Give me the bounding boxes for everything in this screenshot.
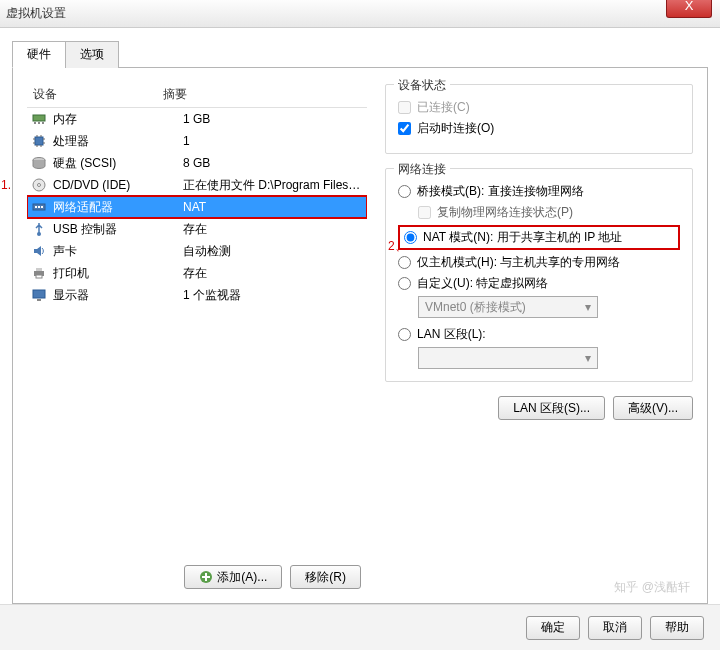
lan-segments-button[interactable]: LAN 区段(S)... (498, 396, 605, 420)
svg-rect-9 (35, 206, 37, 208)
tab-strip: 硬件 选项 (12, 40, 708, 68)
svg-rect-14 (36, 268, 42, 271)
replicate-checkbox: 复制物理网络连接状态(P) (418, 204, 680, 221)
chevron-down-icon: ▾ (585, 351, 591, 365)
connect-on-start-checkbox[interactable]: 启动时连接(O) (398, 120, 680, 137)
ok-button[interactable]: 确定 (526, 616, 580, 640)
svg-rect-17 (37, 299, 41, 301)
device-row-cpu[interactable]: 处理器1 (27, 130, 367, 152)
vmnet-combo: VMnet0 (桥接模式)▾ (418, 296, 598, 318)
sound-icon (31, 243, 47, 259)
lan-combo: ▾ (418, 347, 598, 369)
remove-button[interactable]: 移除(R) (290, 565, 361, 589)
device-name: 硬盘 (SCSI) (53, 155, 183, 172)
network-legend: 网络连接 (394, 161, 450, 178)
disk-icon (31, 155, 47, 171)
device-summary: 自动检测 (183, 243, 363, 260)
svg-rect-11 (41, 206, 43, 208)
custom-radio[interactable]: 自定义(U): 特定虚拟网络 (398, 275, 680, 292)
cpu-icon (31, 133, 47, 149)
device-summary: 正在使用文件 D:\Program Files\VM... (183, 177, 363, 194)
device-row-cd[interactable]: CD/DVD (IDE)正在使用文件 D:\Program Files\VM..… (27, 174, 367, 196)
tab-options[interactable]: 选项 (65, 41, 119, 68)
usb-icon (31, 221, 47, 237)
device-header: 设备 摘要 (27, 82, 367, 108)
device-name: 网络适配器 (53, 199, 183, 216)
net-icon (31, 199, 47, 215)
device-summary: 1 (183, 134, 363, 148)
svg-rect-16 (33, 290, 45, 298)
chevron-down-icon: ▾ (585, 300, 591, 314)
device-name: 打印机 (53, 265, 183, 282)
device-summary: 8 GB (183, 156, 363, 170)
dialog-buttons: 确定 取消 帮助 (0, 604, 720, 650)
device-row-net[interactable]: 网络适配器NAT (27, 196, 367, 218)
nat-radio[interactable]: NAT 模式(N): 用于共享主机的 IP 地址 (404, 229, 674, 246)
device-row-sound[interactable]: 声卡自动检测 (27, 240, 367, 262)
device-state-legend: 设备状态 (394, 77, 450, 94)
svg-rect-3 (42, 122, 44, 124)
col-device: 设备 (33, 86, 163, 103)
add-icon (199, 570, 213, 584)
svg-rect-2 (38, 122, 40, 124)
tab-hardware[interactable]: 硬件 (12, 41, 66, 68)
svg-point-7 (38, 184, 41, 187)
svg-rect-15 (36, 275, 42, 278)
device-name: CD/DVD (IDE) (53, 178, 183, 192)
cancel-button[interactable]: 取消 (588, 616, 642, 640)
titlebar: 虚拟机设置 X (0, 0, 720, 28)
device-summary: NAT (183, 200, 363, 214)
window-title: 虚拟机设置 (6, 5, 66, 22)
svg-rect-0 (33, 115, 45, 121)
device-row-usb[interactable]: USB 控制器存在 (27, 218, 367, 240)
help-button[interactable]: 帮助 (650, 616, 704, 640)
connected-checkbox[interactable]: 已连接(C) (398, 99, 680, 116)
device-list: 内存1 GB处理器1硬盘 (SCSI)8 GBCD/DVD (IDE)正在使用文… (27, 108, 367, 557)
svg-rect-1 (34, 122, 36, 124)
device-row-memory[interactable]: 内存1 GB (27, 108, 367, 130)
device-row-disk[interactable]: 硬盘 (SCSI)8 GB (27, 152, 367, 174)
close-button[interactable]: X (666, 0, 712, 18)
svg-point-12 (37, 232, 41, 236)
device-summary: 存在 (183, 221, 363, 238)
hostonly-radio[interactable]: 仅主机模式(H): 与主机共享的专用网络 (398, 254, 680, 271)
cd-icon (31, 177, 47, 193)
device-name: 处理器 (53, 133, 183, 150)
lan-segment-radio[interactable]: LAN 区段(L): (398, 326, 680, 343)
device-row-display[interactable]: 显示器1 个监视器 (27, 284, 367, 306)
memory-icon (31, 111, 47, 127)
advanced-button[interactable]: 高级(V)... (613, 396, 693, 420)
device-state-group: 设备状态 已连接(C) 启动时连接(O) (385, 84, 693, 154)
bridge-radio[interactable]: 桥接模式(B): 直接连接物理网络 (398, 183, 680, 200)
device-name: 显示器 (53, 287, 183, 304)
svg-rect-10 (38, 206, 40, 208)
device-name: 声卡 (53, 243, 183, 260)
device-summary: 1 GB (183, 112, 363, 126)
watermark: 知乎 @浅酤轩 (614, 579, 690, 596)
device-name: 内存 (53, 111, 183, 128)
add-button[interactable]: 添加(A)... (184, 565, 282, 589)
svg-rect-4 (35, 137, 43, 145)
device-name: USB 控制器 (53, 221, 183, 238)
device-row-printer[interactable]: 打印机存在 (27, 262, 367, 284)
display-icon (31, 287, 47, 303)
col-summary: 摘要 (163, 86, 361, 103)
nat-highlight-box: NAT 模式(N): 用于共享主机的 IP 地址 (398, 225, 680, 250)
network-connection-group: 网络连接 桥接模式(B): 直接连接物理网络 复制物理网络连接状态(P) NAT… (385, 168, 693, 382)
printer-icon (31, 265, 47, 281)
device-summary: 1 个监视器 (183, 287, 363, 304)
device-summary: 存在 (183, 265, 363, 282)
